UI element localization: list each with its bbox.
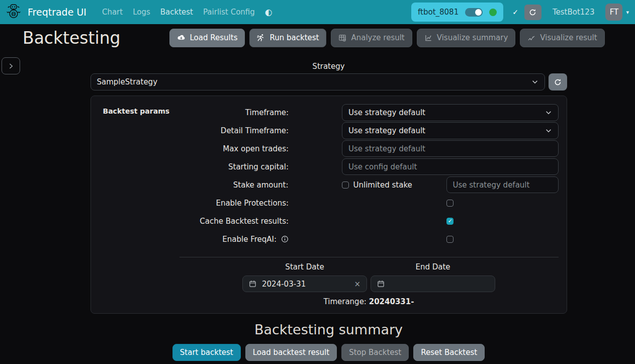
enable-protections-label: Enable Protections:: [99, 199, 289, 208]
info-icon[interactable]: [281, 235, 289, 243]
timeframe-select[interactable]: Use strategy default: [342, 104, 558, 121]
chart-line-icon: [424, 34, 432, 42]
start-date-input[interactable]: 2024-03-31 ×: [242, 276, 367, 292]
nav-link-pairlist-config[interactable]: Pairlist Config: [198, 4, 260, 21]
navbar: Freqtrade UI Chart Logs Backtest Pairlis…: [0, 0, 635, 24]
calendar-icon: [377, 280, 385, 288]
page-title: Backtesting: [23, 28, 121, 48]
visualize-result-button[interactable]: Visualize result: [520, 29, 604, 47]
end-date-input[interactable]: [371, 276, 495, 292]
user-avatar[interactable]: FT: [605, 4, 622, 21]
load-results-button[interactable]: Load Results: [169, 29, 245, 47]
unlimited-stake-checkbox[interactable]: [342, 181, 349, 189]
nav-link-backtest[interactable]: Backtest: [155, 4, 198, 21]
button-label: Reset Backtest: [421, 348, 477, 357]
button-label: Stop Backtest: [349, 348, 401, 357]
avatar-initials: FT: [610, 8, 619, 17]
bot-name: ftbot_8081: [418, 8, 459, 17]
button-label: Start backtest: [180, 348, 233, 357]
chevron-down-icon: [545, 109, 552, 116]
cache-backtest-label: Cache Backtest results:: [99, 217, 289, 226]
load-backtest-result-button[interactable]: Load backtest result: [245, 344, 337, 361]
cache-backtest-checkbox[interactable]: [446, 218, 453, 225]
stake-amount-input[interactable]: [446, 176, 559, 193]
start-date-value: 2024-03-31: [262, 280, 306, 289]
detail-timeframe-label: Detail Timeframe:: [99, 126, 289, 135]
nav-link-logs[interactable]: Logs: [128, 4, 155, 21]
nav-links: Chart Logs Backtest Pairlist Config: [97, 4, 260, 21]
detail-timeframe-select[interactable]: Use strategy default: [342, 122, 558, 139]
timerange-text: Timerange: 20240331-: [179, 297, 559, 306]
check-icon: ✓: [512, 8, 518, 16]
backtest-params-card: Backtest params Timeframe: Use strategy …: [90, 96, 567, 314]
timerange-label: Timerange:: [324, 297, 367, 306]
unlimited-stake-checkbox-group[interactable]: Unlimited stake: [342, 180, 446, 190]
bot-online-status-dot: [489, 9, 497, 16]
analyze-result-button[interactable]: Analyze result: [331, 29, 412, 47]
visualize-summary-button[interactable]: Visualize summary: [417, 29, 516, 47]
graph-points-icon: [527, 34, 535, 42]
main-content: Strategy SampleStrategy Backtest params …: [22, 62, 635, 361]
refresh-icon: [529, 9, 536, 16]
unlimited-stake-label: Unlimited stake: [353, 180, 412, 190]
end-date-label: End Date: [371, 262, 495, 271]
button-label: Run backtest: [269, 33, 319, 42]
card-title: Backtest params: [103, 107, 170, 115]
enable-protections-row: Enable Protections:: [99, 195, 559, 211]
chevron-down-icon[interactable]: ▾: [626, 9, 629, 16]
select-value: Use strategy default: [348, 126, 425, 135]
max-open-trades-input[interactable]: [342, 140, 558, 157]
stake-amount-label: Stake amount:: [99, 180, 289, 190]
starting-capital-input[interactable]: [342, 158, 558, 175]
calendar-icon: [249, 280, 256, 288]
toggle-knob: [475, 9, 482, 16]
header-actions: Load Results Run backtest Analyze result…: [169, 29, 605, 47]
stake-amount-row: Stake amount: Unlimited stake: [99, 176, 559, 193]
bot-selector[interactable]: ftbot_8081: [411, 3, 503, 22]
strategy-selected-value: SampleStrategy: [97, 77, 158, 86]
detail-timeframe-row: Detail Timeframe: Use strategy default: [99, 122, 559, 139]
summary-buttons: Start backtest Load backtest result Stop…: [90, 344, 567, 361]
cloud-download-icon: [177, 34, 186, 41]
reset-backtest-button[interactable]: Reset Backtest: [413, 344, 485, 361]
freqtrade-robot-logo-icon: [4, 2, 23, 23]
starting-capital-label: Starting capital:: [99, 162, 289, 171]
button-label: Visualize result: [540, 33, 597, 42]
brand-title: Freqtrade UI: [28, 7, 86, 18]
enable-freqai-row: Enable FreqAI:: [99, 231, 559, 247]
refresh-icon: [554, 78, 562, 86]
run-backtest-button[interactable]: Run backtest: [249, 29, 326, 47]
start-backtest-button[interactable]: Start backtest: [172, 344, 241, 361]
bot-username: TestBot123: [553, 8, 595, 17]
theme-toggle-icon[interactable]: ◐: [265, 7, 273, 17]
page-header: Backtesting Load Results Run backtest An…: [0, 27, 635, 49]
start-date-label: Start Date: [242, 262, 367, 271]
bot-toggle-switch[interactable]: [465, 8, 483, 17]
summary-title: Backtesting summary: [90, 322, 567, 337]
clear-date-icon[interactable]: ×: [354, 280, 360, 289]
enable-freqai-checkbox[interactable]: [446, 236, 453, 243]
run-icon: [257, 34, 265, 42]
table-gear-icon: [338, 34, 346, 42]
max-open-trades-row: Max open trades:: [99, 140, 559, 157]
reload-bot-button[interactable]: [524, 5, 541, 20]
stop-backtest-button[interactable]: Stop Backtest: [341, 344, 409, 361]
enable-freqai-label: Enable FreqAI:: [222, 235, 277, 244]
chevron-down-icon: [545, 127, 552, 134]
enable-protections-checkbox[interactable]: [446, 200, 453, 207]
starting-capital-row: Starting capital:: [99, 158, 559, 175]
chevron-down-icon: [531, 78, 538, 85]
button-label: Analyze result: [351, 33, 404, 42]
chevron-right-icon: [8, 63, 14, 69]
button-label: Visualize summary: [437, 33, 508, 42]
strategy-label: Strategy: [90, 62, 567, 71]
brand[interactable]: Freqtrade UI: [4, 2, 86, 23]
strategy-select[interactable]: SampleStrategy: [90, 73, 545, 90]
select-value: Use strategy default: [348, 108, 425, 117]
strategy-row: SampleStrategy: [90, 73, 567, 90]
sidebar-expand-button[interactable]: [2, 57, 20, 74]
divider: [179, 257, 559, 257]
reload-strategies-button[interactable]: [549, 73, 567, 90]
navbar-right: ftbot_8081 ✓ TestBot123 FT ▾: [411, 3, 629, 22]
nav-link-chart[interactable]: Chart: [97, 4, 128, 21]
